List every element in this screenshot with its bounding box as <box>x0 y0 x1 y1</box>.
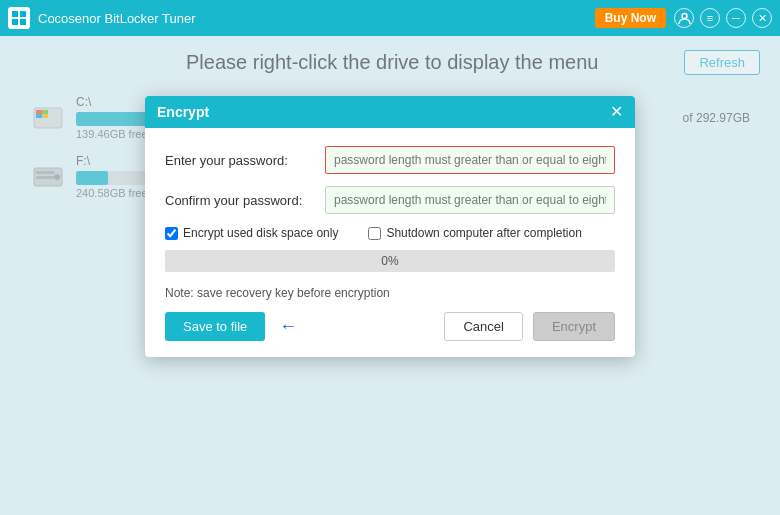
password-label: Enter your password: <box>165 153 325 168</box>
action-row: Save to file ← Cancel Encrypt <box>165 312 615 341</box>
svg-rect-0 <box>12 11 18 17</box>
encrypt-dialog: Encrypt ✕ Enter your password: Confirm y… <box>145 96 635 357</box>
app-title: Cocosenor BitLocker Tuner <box>38 11 587 26</box>
encrypt-disk-label: Encrypt used disk space only <box>183 226 338 240</box>
app-icon <box>8 7 30 29</box>
svg-point-4 <box>682 13 687 18</box>
progress-text: 0% <box>381 254 398 268</box>
arrow-icon: ← <box>279 316 297 337</box>
options-row: Encrypt used disk space only Shutdown co… <box>165 226 615 240</box>
main-area: Please right-click the drive to display … <box>0 36 780 515</box>
confirm-input[interactable] <box>325 186 615 214</box>
cancel-button[interactable]: Cancel <box>444 312 522 341</box>
svg-rect-1 <box>20 11 26 17</box>
minimize-button[interactable]: ─ <box>726 8 746 28</box>
dialog-close-button[interactable]: ✕ <box>610 104 623 120</box>
buy-now-button[interactable]: Buy Now <box>595 8 666 28</box>
user-icon-button[interactable] <box>674 8 694 28</box>
svg-rect-2 <box>12 19 18 25</box>
password-input[interactable] <box>325 146 615 174</box>
titlebar: Cocosenor BitLocker Tuner Buy Now ≡ ─ ✕ <box>0 0 780 36</box>
dialog-title: Encrypt <box>157 104 209 120</box>
dialog-header: Encrypt ✕ <box>145 96 635 128</box>
progress-bar: 0% <box>165 250 615 272</box>
dialog-body: Enter your password: Confirm your passwo… <box>145 128 635 357</box>
svg-rect-3 <box>20 19 26 25</box>
password-row: Enter your password: <box>165 146 615 174</box>
shutdown-label: Shutdown computer after completion <box>386 226 581 240</box>
encrypt-disk-option[interactable]: Encrypt used disk space only <box>165 226 338 240</box>
modal-overlay: Encrypt ✕ Enter your password: Confirm y… <box>0 36 780 515</box>
save-to-file-button[interactable]: Save to file <box>165 312 265 341</box>
confirm-row: Confirm your password: <box>165 186 615 214</box>
shutdown-checkbox[interactable] <box>368 227 381 240</box>
menu-button[interactable]: ≡ <box>700 8 720 28</box>
close-button[interactable]: ✕ <box>752 8 772 28</box>
confirm-label: Confirm your password: <box>165 193 325 208</box>
note-text: Note: save recovery key before encryptio… <box>165 286 615 300</box>
encrypt-button[interactable]: Encrypt <box>533 312 615 341</box>
encrypt-disk-checkbox[interactable] <box>165 227 178 240</box>
shutdown-option[interactable]: Shutdown computer after completion <box>368 226 581 240</box>
window-controls: ≡ ─ ✕ <box>674 8 772 28</box>
